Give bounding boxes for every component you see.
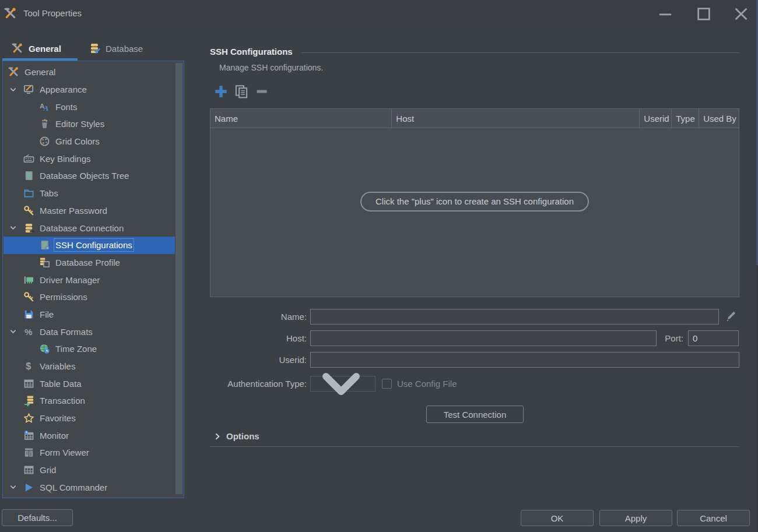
tree-item-transaction[interactable]: Transaction <box>3 392 175 410</box>
tree-item-grid-colors[interactable]: Grid Colors <box>3 133 175 150</box>
test-connection-button[interactable]: Test Connection <box>426 406 524 423</box>
tree-scrollbar-thumb[interactable] <box>176 63 183 494</box>
tree-item-table-data[interactable]: Table Data <box>3 375 175 392</box>
column-header-host[interactable]: Host <box>392 109 640 128</box>
tree-item-master-password[interactable]: Master Password <box>3 202 175 220</box>
tree-item-label: Tabs <box>40 188 58 198</box>
maximize-icon <box>694 4 714 24</box>
tree-scrollbar[interactable] <box>175 62 183 497</box>
minus-icon <box>254 84 269 99</box>
settings-tree-panel: GeneralAppearanceAAFontsEditor StylesGri… <box>2 61 184 498</box>
tree-item-label: Permissions <box>40 292 87 302</box>
tab-database[interactable]: Database <box>89 38 143 58</box>
tree-item-key-bindings[interactable]: Key Bindings <box>3 150 175 167</box>
palette-icon <box>39 136 50 147</box>
tree-item-label: Database Profile <box>55 258 120 267</box>
tree-item-database-profile[interactable]: Database Profile <box>3 254 175 272</box>
tree-item-label: Variables <box>40 361 75 371</box>
add-ssh-config-button[interactable] <box>213 84 229 99</box>
tree-item-variables[interactable]: $Variables <box>3 358 175 375</box>
column-header-name[interactable]: Name <box>210 109 392 128</box>
port-label: Port: <box>646 330 683 346</box>
tools-icon <box>4 7 17 20</box>
doc-lines-icon <box>23 170 34 181</box>
apply-button[interactable]: Apply <box>599 510 672 526</box>
host-input[interactable] <box>310 330 657 346</box>
tree-item-permissions[interactable]: Permissions <box>3 288 175 306</box>
copy-icon <box>234 84 249 99</box>
settings-tree: GeneralAppearanceAAFontsEditor StylesGri… <box>3 64 175 496</box>
play-icon <box>23 482 34 493</box>
window-title: Tool Properties <box>23 8 82 18</box>
key-icon <box>23 205 34 216</box>
options-label: Options <box>226 431 259 441</box>
svg-text:$: $ <box>26 361 31 371</box>
tree-item-label: Favorites <box>40 413 76 423</box>
tree-item-file[interactable]: File <box>3 306 175 323</box>
tree-item-appearance[interactable]: Appearance <box>3 81 175 98</box>
name-input[interactable] <box>310 309 719 325</box>
tree-item-general[interactable]: General <box>3 64 175 81</box>
use-config-file-checkbox[interactable] <box>382 379 392 389</box>
remove-ssh-config-button[interactable] <box>254 84 269 99</box>
grid-icon <box>23 378 34 389</box>
expander-chevron-icon[interactable] <box>9 327 17 336</box>
port-input[interactable] <box>688 330 739 346</box>
tree-item-data-formats[interactable]: %Data Formats <box>3 323 175 340</box>
tree-item-sql-commander[interactable]: SQL Commander <box>3 479 175 496</box>
table-header-row: NameHostUseridTypeUsed By <box>210 109 739 128</box>
titlebar: Tool Properties <box>0 0 758 28</box>
expander-chevron-icon[interactable] <box>9 224 17 232</box>
svg-text:A: A <box>43 104 49 112</box>
card-icon <box>23 274 34 286</box>
percent-icon: % <box>23 326 34 337</box>
tree-item-label: Fonts <box>55 102 78 112</box>
defaults-button[interactable]: Defaults... <box>2 509 73 526</box>
plus-icon <box>213 84 229 99</box>
dollar-icon: $ <box>23 361 34 372</box>
expander-chevron-icon[interactable] <box>9 483 17 492</box>
tree-item-label: Appearance <box>40 84 87 94</box>
auth-type-select[interactable] <box>310 376 376 392</box>
tree-item-driver-manager[interactable]: Driver Manager <box>3 271 175 288</box>
close-icon <box>731 4 751 24</box>
tree-item-database-connection[interactable]: Database Connection <box>3 219 175 237</box>
duplicate-ssh-config-button[interactable] <box>234 84 249 99</box>
minimize-button[interactable] <box>655 6 675 22</box>
tree-item-grid[interactable]: Grid <box>3 461 175 479</box>
use-config-file-label: Use Config File <box>397 379 457 389</box>
tree-item-time-zone[interactable]: Time Zone <box>3 340 175 358</box>
maximize-button[interactable] <box>694 6 714 22</box>
tree-item-fonts[interactable]: AAFonts <box>3 98 175 115</box>
minimize-icon <box>655 4 675 24</box>
grid-icon <box>23 464 34 475</box>
bucket-icon <box>39 118 50 129</box>
tree-item-label: Key Bindings <box>40 154 91 164</box>
database-check-icon <box>89 43 100 54</box>
column-header-userid[interactable]: Userid <box>640 109 672 128</box>
userid-input[interactable] <box>310 352 739 368</box>
doc-badge-icon <box>39 239 50 251</box>
db-arrows-icon <box>23 395 34 406</box>
tab-icon <box>23 188 34 199</box>
tree-item-editor-styles[interactable]: Editor Styles <box>3 115 175 133</box>
expander-chevron-icon[interactable] <box>9 85 17 94</box>
tab-general[interactable]: General <box>12 38 61 58</box>
tree-item-favorites[interactable]: Favorites <box>3 410 175 427</box>
doc-form-icon <box>23 447 34 458</box>
close-button[interactable] <box>731 6 751 22</box>
name-label: Name: <box>210 309 307 325</box>
options-section-toggle[interactable]: Options <box>213 431 259 441</box>
tree-item-ssh-configurations[interactable]: SSH Configurations <box>3 237 175 254</box>
tree-item-tabs[interactable]: Tabs <box>3 185 175 202</box>
column-header-type[interactable]: Type <box>672 109 699 128</box>
tree-item-label: SSH Configurations <box>55 240 132 250</box>
tree-item-form-viewer[interactable]: Form Viewer <box>3 444 175 461</box>
column-header-used-by[interactable]: Used By <box>699 109 739 128</box>
cancel-button[interactable]: Cancel <box>677 510 750 526</box>
ssh-config-table[interactable]: NameHostUseridTypeUsed By Click the "plu… <box>210 108 739 297</box>
ok-button[interactable]: OK <box>521 510 594 526</box>
tree-item-database-objects-tree[interactable]: Database Objects Tree <box>3 167 175 185</box>
tree-item-monitor[interactable]: Monitor <box>3 427 175 444</box>
edit-name-icon[interactable] <box>725 309 738 322</box>
